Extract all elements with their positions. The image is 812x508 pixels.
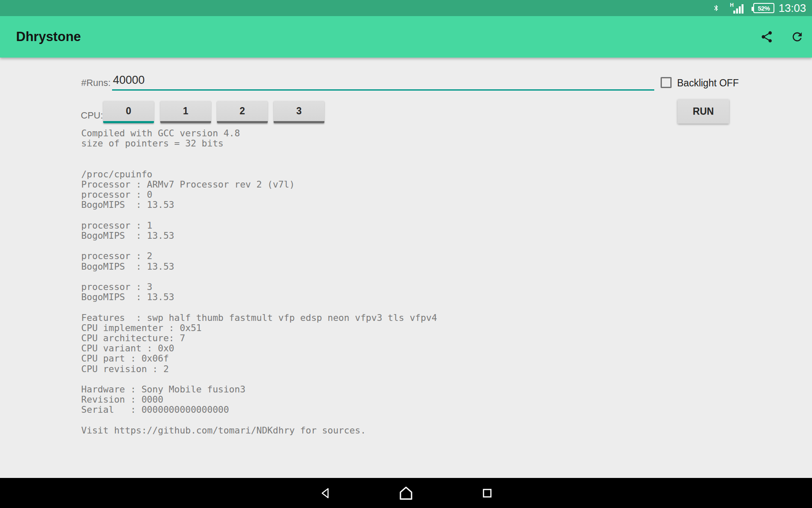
cpu-button-3[interactable]: 3 <box>274 101 324 123</box>
cpu-label: CPU: <box>81 110 103 121</box>
main-content: #Runs: 40000 Backlight OFF CPU: 0 1 2 3 … <box>0 58 812 478</box>
navigation-bar <box>0 478 812 508</box>
runs-input[interactable]: 40000 <box>112 74 654 91</box>
app-bar: Dhrystone <box>0 16 812 58</box>
battery-percent: 52% <box>758 5 770 12</box>
signal-strength-icon: H <box>730 2 744 14</box>
run-button[interactable]: RUN <box>678 99 729 124</box>
share-icon[interactable] <box>760 30 774 44</box>
back-button[interactable] <box>315 483 336 503</box>
cpu-button-0[interactable]: 0 <box>103 101 154 123</box>
recents-button[interactable] <box>477 483 497 503</box>
cpu-button-1[interactable]: 1 <box>160 101 211 123</box>
status-clock: 13:03 <box>779 2 806 15</box>
cpu-button-2[interactable]: 2 <box>217 101 268 123</box>
signal-bars-icon <box>733 4 744 14</box>
bluetooth-icon <box>713 3 720 13</box>
backlight-checkbox[interactable] <box>661 77 672 88</box>
runs-input-underline <box>112 89 654 91</box>
status-icons: H 52% 13:03 <box>713 0 806 16</box>
console-output: Compiled with GCC version 4.8 size of po… <box>81 128 437 436</box>
runs-label: #Runs: <box>81 77 111 88</box>
runs-input-value: 40000 <box>113 74 145 87</box>
backlight-label[interactable]: Backlight OFF <box>677 77 739 89</box>
back-icon <box>319 487 332 500</box>
screen: H 52% 13:03 Dhrystone #Run <box>0 0 812 508</box>
home-button[interactable] <box>396 483 416 503</box>
home-icon <box>398 486 414 500</box>
battery-icon: 52% <box>753 3 774 13</box>
status-bar: H 52% 13:03 <box>0 0 812 16</box>
battery-nub <box>752 7 753 11</box>
refresh-icon[interactable] <box>790 30 804 44</box>
recents-icon <box>481 487 493 499</box>
app-title: Dhrystone <box>16 16 81 58</box>
